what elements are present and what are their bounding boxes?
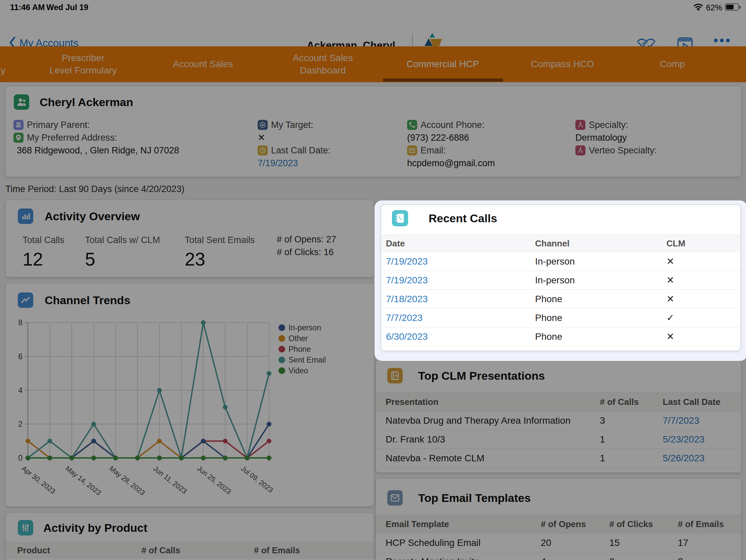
legend-dot bbox=[279, 357, 285, 363]
cell-link[interactable]: 7/7/2023 bbox=[663, 415, 741, 426]
legend-dot bbox=[279, 324, 285, 331]
nav-bar: My Accounts Ackerman, Cheryl ••• bbox=[0, 14, 746, 46]
activity-overview-card: Activity Overview Total Calls 12 Total C… bbox=[5, 200, 374, 277]
table-row: Natevba Drug and Therapy Area Informatio… bbox=[376, 411, 741, 430]
my-target-label: My Target: bbox=[271, 120, 313, 130]
top-clm-table: Presentation# of CallsLast Call DateNate… bbox=[376, 392, 741, 468]
cell: 3 bbox=[678, 556, 741, 560]
legend-label: Phone bbox=[289, 345, 311, 354]
cell-link[interactable]: 7/18/2023 bbox=[386, 294, 535, 304]
top-email-title: Top Email Templates bbox=[418, 492, 531, 505]
column-header: # of Calls bbox=[141, 545, 254, 556]
contact-icon bbox=[14, 94, 29, 110]
tab-commercial-hcp[interactable]: Commercial HCP bbox=[383, 46, 503, 82]
tabs: Prescriber Level FormularyAccount SalesA… bbox=[23, 46, 746, 82]
cell-link[interactable]: 7/7/2023 bbox=[386, 313, 535, 323]
cell: 17 bbox=[678, 537, 741, 548]
legend-item: Sent Email bbox=[279, 355, 326, 365]
status-bar: 11:46 AM Wed Jul 19 62% bbox=[0, 0, 746, 14]
target-icon bbox=[258, 120, 268, 130]
legend-dot bbox=[279, 346, 285, 353]
svg-text:0: 0 bbox=[18, 453, 23, 462]
recent-calls-table: DateChannelCLM7/19/2023In-person✕7/19/20… bbox=[381, 235, 740, 346]
cell: 4 bbox=[541, 556, 609, 560]
svg-text:2: 2 bbox=[18, 420, 23, 429]
cell: Remote Meeting Invite bbox=[385, 556, 541, 560]
tab-account-sales-dashboard[interactable]: Account Sales Dashboard bbox=[263, 46, 383, 82]
table-row: 7/19/2023In-person✕ bbox=[381, 271, 740, 290]
more-menu-button[interactable]: ••• bbox=[713, 33, 731, 48]
activity-overview-title: Activity Overview bbox=[45, 210, 140, 223]
tab-comp[interactable]: Comp bbox=[622, 46, 746, 82]
channel-trends-chart: 02468Apr 30, 2023May 14, 2023May 28, 202… bbox=[6, 283, 374, 507]
column-header: Channel bbox=[535, 238, 666, 249]
legend-dot bbox=[279, 367, 285, 374]
recent-calls-card: Recent Calls DateChannelCLM7/19/2023In-p… bbox=[380, 204, 741, 351]
bar-chart-icon bbox=[18, 208, 33, 224]
svg-text:8: 8 bbox=[18, 318, 23, 327]
table-row: 7/7/2023Phone✓ bbox=[381, 308, 740, 327]
address-value: 368 Ridgewood, , Glen Ridge, NJ 07028 bbox=[17, 145, 179, 156]
tab-bar: y Prescriber Level FormularyAccount Sale… bbox=[0, 46, 746, 82]
table-header-row: DateChannelCLM bbox=[381, 235, 740, 252]
cell-link[interactable]: 7/19/2023 bbox=[386, 256, 535, 267]
chart-legend: In-personOtherPhoneSent EmailVideo bbox=[279, 322, 326, 376]
svg-text:Jun 25, 2023: Jun 25, 2023 bbox=[196, 464, 233, 496]
specialty-label: Specialty: bbox=[589, 120, 628, 130]
cell: Phone bbox=[535, 294, 666, 304]
my-target-value: ✕ bbox=[258, 132, 265, 143]
tab-account-sales[interactable]: Account Sales bbox=[143, 46, 263, 82]
wifi-icon bbox=[693, 3, 704, 12]
activity-by-product-title: Activity by Product bbox=[43, 521, 147, 534]
table-row: 6/30/2023Phone✕ bbox=[381, 327, 740, 346]
verteo-specialty-icon bbox=[575, 145, 585, 155]
opens-kpi: # of Opens: 27 bbox=[277, 234, 336, 245]
top-clm-title: Top CLM Presentations bbox=[418, 369, 545, 382]
table-header-row: Product# of Calls# of Emails bbox=[6, 542, 374, 558]
stat-total-calls: Total Calls 12 bbox=[23, 235, 64, 270]
status-time: 11:46 AM bbox=[10, 3, 45, 12]
cell: ✕ bbox=[666, 331, 740, 342]
column-header: Last Call Date bbox=[663, 397, 741, 407]
time-period-label: Time Period: Last 90 Days (since 4/20/20… bbox=[5, 184, 184, 195]
svg-text:6: 6 bbox=[18, 352, 23, 361]
top-email-table: Email Template# of Opens# of Clicks# of … bbox=[376, 515, 741, 560]
legend-item: Phone bbox=[279, 344, 326, 355]
account-name: Cheryl Ackerman bbox=[40, 96, 133, 109]
column-header: # of Opens bbox=[541, 519, 609, 529]
cell: Natevba - Remote CLM bbox=[385, 453, 600, 464]
legend-label: Video bbox=[289, 366, 308, 375]
cell-link[interactable]: 5/26/2023 bbox=[663, 453, 741, 464]
tab-prescriber-level-formulary[interactable]: Prescriber Level Formulary bbox=[23, 46, 143, 82]
legend-label: Sent Email bbox=[289, 356, 326, 364]
column-header: CLM bbox=[666, 238, 740, 249]
building-icon bbox=[13, 120, 24, 130]
cell: 1 bbox=[600, 453, 663, 464]
legend-item: Video bbox=[279, 365, 326, 376]
activity-by-product-table: Product# of Calls# of Emails bbox=[6, 542, 374, 558]
status-date: Wed Jul 19 bbox=[46, 3, 88, 12]
phone-icon bbox=[407, 120, 417, 130]
cell: HCP Scheduling Email bbox=[385, 537, 541, 548]
column-header: Presentation bbox=[385, 397, 600, 407]
cell-link[interactable]: 6/30/2023 bbox=[386, 331, 535, 342]
battery-icon bbox=[725, 3, 739, 11]
column-header: Email Template bbox=[385, 519, 541, 529]
cell-link[interactable]: 7/19/2023 bbox=[386, 275, 535, 286]
info-column-1: Primary Parent: My Preferred Address: 36… bbox=[13, 119, 179, 157]
last-call-date-link[interactable]: 7/19/2023 bbox=[258, 158, 298, 169]
email-label: Email: bbox=[421, 145, 446, 156]
verteo-specialty-label: Verteo Specialty: bbox=[589, 145, 657, 156]
table-header-row: Presentation# of CallsLast Call Date bbox=[376, 392, 741, 411]
cell: 20 bbox=[541, 537, 609, 548]
column-header: # of Emails bbox=[678, 519, 741, 529]
cell-link[interactable]: 5/23/2023 bbox=[663, 434, 741, 445]
tab-compass-hco[interactable]: Compass HCO bbox=[503, 46, 623, 82]
legend-label: In-person bbox=[289, 323, 321, 332]
stat-total-calls-clm: Total Calls w/ CLM 5 bbox=[85, 235, 160, 270]
info-column-2: My Target: ✕ Last Call Date: 7/19/2023 bbox=[258, 119, 331, 170]
sliders-icon bbox=[18, 520, 33, 535]
svg-text:May 28, 2023: May 28, 2023 bbox=[108, 464, 146, 497]
activity-by-product-card: Activity by Product Product# of Calls# o… bbox=[5, 512, 374, 560]
cell: In-person bbox=[535, 256, 666, 267]
